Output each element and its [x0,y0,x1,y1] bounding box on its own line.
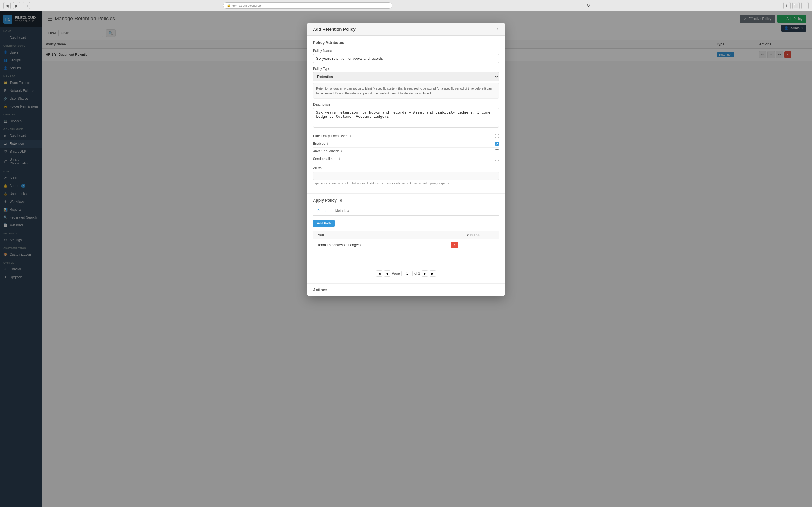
modal-title: Add Retention Policy [313,27,356,32]
apply-policy-title: Apply Policy To [313,198,499,203]
modal-dialog: Add Retention Policy × Policy Attributes… [307,22,505,296]
tab-metadata[interactable]: Metadata [331,207,354,216]
path-actions-cell: ✕ [448,239,499,251]
modal-header: Add Retention Policy × [307,22,505,36]
enabled-info-icon: ℹ [327,142,328,146]
tab-button[interactable]: □ [22,2,30,9]
alert-violation-label: Alert On Violation [313,149,339,153]
alerts-input[interactable] [313,172,499,180]
new-tab-button[interactable]: + [801,2,809,9]
enabled-label: Enabled [313,142,325,146]
path-empty-row [313,251,499,268]
hide-policy-info-icon: ℹ [350,134,351,138]
send-email-info-icon: ℹ [339,157,340,161]
hide-policy-row: Hide Policy From Users ℹ [313,132,499,140]
alerts-hint: Type in a comma-separated list of email … [313,181,499,185]
page-label: Page [392,272,400,276]
back-button[interactable]: ◀ [3,2,11,9]
actions-title: Actions [313,288,499,292]
description-label: Description [313,103,499,107]
policy-name-group: Policy Name [313,49,499,63]
hide-policy-checkbox[interactable] [495,134,499,138]
send-email-label-group: Send email alert ℹ [313,157,340,161]
hide-policy-label: Hide Policy From Users [313,134,349,138]
page-input[interactable] [402,271,413,276]
send-email-label: Send email alert [313,157,338,161]
description-textarea[interactable]: Six years retention for books and record… [313,108,499,128]
modal-body: Policy Attributes Policy Name Policy Typ… [307,36,505,296]
path-cell: /Team Folders/Asset Ledgers [313,239,448,251]
tab-paths[interactable]: Paths [313,207,331,216]
paths-table: Path Actions /Team Folders/Asset Ledgers… [313,230,499,268]
add-path-label: Add Path [317,221,331,225]
policy-attributes-title: Policy Attributes [313,40,499,45]
address-bar: 🔒 demo.getfilecloud.com [223,2,392,9]
send-email-checkbox[interactable] [495,157,499,161]
modal-close-button[interactable]: × [496,26,499,32]
add-path-button[interactable]: Add Path [313,220,335,227]
lock-icon: 🔒 [227,4,231,7]
forward-button[interactable]: ▶ [13,2,20,9]
hide-policy-label-group: Hide Policy From Users ℹ [313,134,351,138]
page-next-button[interactable]: ▶ [422,270,428,277]
alert-violation-info-icon: ℹ [341,150,342,153]
page-of-label: of 1 [414,272,420,276]
paths-col-path: Path [313,231,448,239]
page-prev-button[interactable]: ◀ [384,270,390,277]
reload-icon[interactable]: ↻ [587,3,590,8]
paths-col-actions: Actions [448,231,499,239]
actions-section: Actions [307,283,505,296]
apply-policy-tabs: Paths Metadata [313,207,499,216]
page-last-button[interactable]: ▶| [430,270,436,277]
policy-attributes-section: Policy Attributes Policy Name Policy Typ… [307,36,505,193]
path-delete-button[interactable]: ✕ [451,242,458,248]
page-first-button[interactable]: |◀ [376,270,382,277]
alert-violation-checkbox[interactable] [495,149,499,153]
app-container: FC FILECLOUD BY CODELATHE HOME ⌂ Dashboa… [0,11,812,507]
apply-policy-section: Apply Policy To Paths Metadata Add Path [307,193,505,283]
enabled-label-group: Enabled ℹ [313,142,328,146]
enabled-row: Enabled ℹ [313,140,499,148]
share-button[interactable]: ⬆ [783,2,791,9]
policy-name-input[interactable] [313,54,499,63]
path-row: /Team Folders/Asset Ledgers ✕ [313,239,499,251]
policy-type-description: Retention allows an organization to iden… [313,83,499,99]
policy-type-select[interactable]: Retention Legal Hold Deletion [313,72,499,81]
alerts-label: Alerts [313,166,499,170]
browser-right-buttons: ⬆ ⬜ + [783,2,809,9]
pagination: |◀ ◀ Page of 1 ▶ ▶| [313,268,499,279]
modal-overlay: Add Retention Policy × Policy Attributes… [0,11,812,507]
enabled-checkbox[interactable] [495,142,499,146]
path-empty-cell [313,251,499,268]
policy-type-group: Policy Type Retention Legal Hold Deletio… [313,67,499,99]
send-email-row: Send email alert ℹ [313,155,499,163]
policy-name-label: Policy Name [313,49,499,53]
copy-tab-button[interactable]: ⬜ [792,2,800,9]
url-text: demo.getfilecloud.com [232,4,263,7]
browser-chrome: ◀ ▶ □ 🔒 demo.getfilecloud.com ↻ ⬆ ⬜ + [0,0,812,11]
alerts-group: Alerts Type in a comma-separated list of… [313,166,499,185]
alert-violation-row: Alert On Violation ℹ [313,148,499,155]
description-group: Description Six years retention for book… [313,103,499,128]
policy-type-label: Policy Type [313,67,499,71]
alert-violation-label-group: Alert On Violation ℹ [313,149,342,153]
